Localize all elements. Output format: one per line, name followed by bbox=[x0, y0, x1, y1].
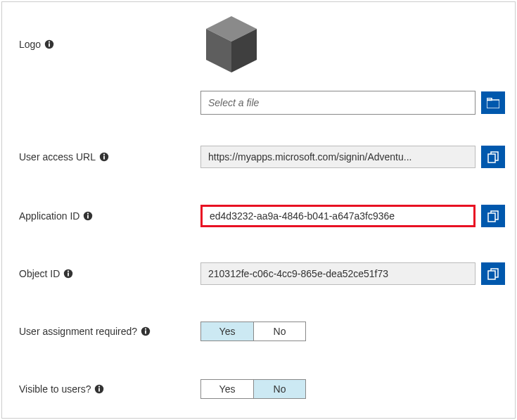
svg-rect-15 bbox=[488, 213, 495, 222]
info-icon[interactable] bbox=[94, 384, 104, 394]
logo-cube-icon bbox=[200, 13, 262, 75]
user-assignment-label-group: User assignment required? bbox=[19, 326, 200, 337]
svg-rect-19 bbox=[488, 271, 495, 279]
application-id-label: Application ID bbox=[19, 210, 79, 222]
svg-rect-24 bbox=[99, 388, 101, 392]
visible-no[interactable]: No bbox=[253, 380, 305, 398]
folder-icon bbox=[487, 98, 499, 108]
application-id-value: ed4d3232-aa9a-4846-b041-a647a3fc936e bbox=[200, 205, 475, 227]
svg-point-10 bbox=[103, 154, 105, 155]
user-assignment-toggle: Yes No bbox=[200, 322, 306, 341]
copy-user-access-url-button[interactable] bbox=[481, 146, 505, 168]
svg-rect-7 bbox=[487, 98, 492, 100]
user-access-url-label: User access URL bbox=[19, 151, 96, 163]
user-access-url-value: https://myapps.microsoft.com/signin/Adve… bbox=[200, 146, 475, 168]
svg-rect-11 bbox=[488, 154, 495, 163]
visible-yes[interactable]: Yes bbox=[201, 380, 253, 398]
visible-to-users-label: Visible to users? bbox=[19, 383, 91, 395]
application-id-row: Application ID ed4d3232-aa9a-4846-b041-a… bbox=[2, 205, 515, 227]
logo-label: Logo bbox=[19, 39, 41, 50]
object-id-row: Object ID 210312fe-c06c-4cc9-865e-dea52c… bbox=[2, 262, 515, 285]
application-id-field-group: ed4d3232-aa9a-4846-b041-a647a3fc936e bbox=[200, 205, 505, 227]
object-id-field-group: 210312fe-c06c-4cc9-865e-dea52ce51f73 bbox=[200, 262, 505, 285]
object-id-value: 210312fe-c06c-4cc9-865e-dea52ce51f73 bbox=[200, 262, 475, 285]
visible-to-users-toggle-group: Yes No bbox=[200, 379, 505, 399]
logo-row: Logo bbox=[2, 2, 515, 87]
user-assignment-row: User assignment required? Yes No bbox=[2, 322, 515, 341]
svg-point-2 bbox=[49, 42, 50, 43]
svg-rect-6 bbox=[487, 100, 499, 108]
svg-point-14 bbox=[87, 213, 89, 215]
user-assignment-no[interactable]: No bbox=[253, 322, 305, 341]
file-placeholder: Select a file bbox=[208, 97, 259, 108]
user-access-url-field-group: https://myapps.microsoft.com/signin/Adve… bbox=[200, 146, 505, 168]
svg-rect-9 bbox=[103, 156, 105, 160]
info-icon[interactable] bbox=[99, 152, 109, 162]
copy-object-id-button[interactable] bbox=[481, 262, 505, 285]
visible-to-users-label-group: Visible to users? bbox=[19, 383, 200, 395]
user-access-url-label-group: User access URL bbox=[19, 151, 200, 163]
application-id-label-group: Application ID bbox=[19, 210, 200, 222]
file-select-row: Select a file bbox=[2, 91, 515, 115]
info-icon[interactable] bbox=[63, 269, 73, 279]
svg-rect-1 bbox=[49, 44, 50, 47]
svg-point-22 bbox=[145, 329, 146, 330]
file-field-group: Select a file bbox=[200, 91, 505, 115]
copy-application-id-button[interactable] bbox=[481, 205, 505, 227]
browse-button[interactable] bbox=[481, 91, 505, 114]
svg-rect-13 bbox=[87, 215, 89, 219]
object-id-label: Object ID bbox=[19, 268, 60, 279]
svg-point-25 bbox=[98, 386, 100, 388]
info-icon[interactable] bbox=[44, 39, 54, 49]
properties-panel: Logo Select a file bbox=[1, 1, 516, 419]
copy-icon bbox=[487, 210, 499, 222]
logo-label-group: Logo bbox=[19, 39, 200, 50]
file-select-input[interactable]: Select a file bbox=[200, 91, 475, 115]
user-access-url-row: User access URL https://myapps.microsoft… bbox=[2, 146, 515, 168]
copy-icon bbox=[487, 268, 499, 280]
copy-icon bbox=[487, 151, 499, 163]
visible-to-users-toggle: Yes No bbox=[200, 379, 306, 399]
svg-rect-21 bbox=[145, 331, 146, 334]
logo-preview-col bbox=[200, 13, 505, 75]
visible-to-users-row: Visible to users? Yes No bbox=[2, 379, 515, 399]
user-assignment-yes[interactable]: Yes bbox=[201, 322, 253, 341]
object-id-label-group: Object ID bbox=[19, 268, 200, 279]
user-assignment-label: User assignment required? bbox=[19, 326, 137, 337]
svg-rect-17 bbox=[68, 273, 69, 276]
info-icon[interactable] bbox=[83, 211, 93, 221]
info-icon[interactable] bbox=[141, 326, 151, 336]
svg-point-18 bbox=[68, 271, 69, 272]
user-assignment-toggle-group: Yes No bbox=[200, 322, 505, 341]
